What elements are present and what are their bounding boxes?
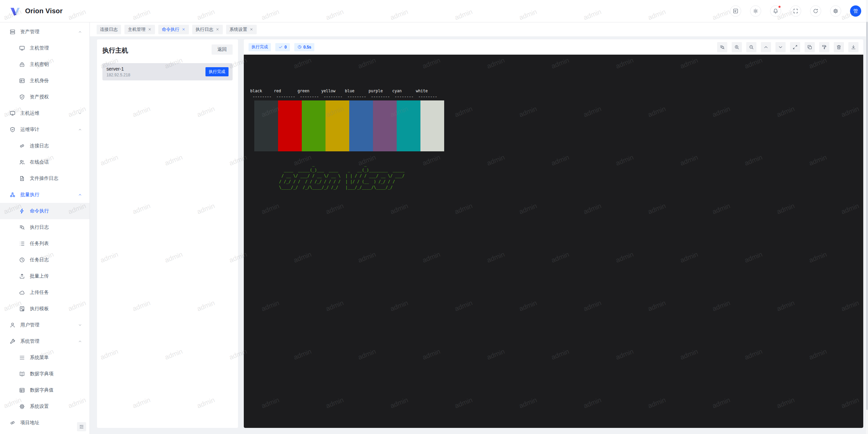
refresh-button[interactable] — [810, 5, 821, 17]
theme-toggle-button[interactable] — [750, 5, 761, 17]
chevron-down-icon — [78, 111, 82, 115]
chevron-down-icon — [78, 323, 82, 327]
duration-badge: 0.5s — [294, 43, 314, 51]
sidebar-group-batch-exec[interactable]: 批量执行 — [0, 187, 90, 203]
chevron-up-icon — [763, 44, 769, 50]
sidebar-item-command-exec[interactable]: 命令执行 — [0, 203, 90, 219]
search-list-icon — [719, 44, 725, 50]
terminal-output[interactable]: black red green yellow blue purple cyan … — [244, 55, 863, 428]
list-icon — [19, 241, 25, 247]
api-docs-button[interactable] — [730, 5, 741, 17]
sidebar-collapse-button[interactable] — [77, 422, 86, 431]
tab-command-exec[interactable]: 命令执行 — [158, 25, 189, 34]
bolt-icon — [19, 208, 25, 214]
close-icon[interactable] — [148, 27, 152, 31]
sidebar-item-host-identity[interactable]: 主机身份 — [0, 73, 90, 89]
expand-button[interactable] — [790, 42, 800, 52]
sidebar-item-connect-log[interactable]: 连接日志 — [0, 138, 90, 154]
sidebar-group-ops-audit[interactable]: 运维审计 — [0, 121, 90, 138]
settings-button[interactable] — [830, 5, 841, 17]
scroll-bottom-button[interactable] — [775, 42, 786, 52]
sidebar-group-host-ops[interactable]: 主机运维 — [0, 105, 90, 121]
sidebar-item-host-key[interactable]: 主机密钥 — [0, 56, 90, 73]
book-icon — [19, 371, 25, 377]
lock-icon — [19, 61, 25, 68]
sidebar-item-exec-template[interactable]: 执行模板 — [0, 301, 90, 317]
scroll-top-button[interactable] — [761, 42, 771, 52]
tab-system-setting[interactable]: 系统设置 — [226, 25, 257, 34]
terminal-header: 执行完成 0 0.5s — [244, 39, 863, 55]
exec-host-panel: 执行主机 返回 server-1 182.92.5.218 执行完成 — [97, 39, 238, 428]
clear-screen-button[interactable] — [834, 42, 844, 52]
copy-button[interactable] — [805, 42, 815, 52]
tab-bar: 连接日志 主机管理 命令执行 执行日志 系统设置 — [90, 22, 868, 36]
close-icon[interactable] — [182, 27, 185, 31]
trash-icon — [836, 44, 842, 50]
refresh-icon — [813, 8, 818, 14]
download-button[interactable] — [848, 42, 859, 52]
color-swatch-purple — [373, 100, 397, 151]
chevron-up-icon — [78, 128, 82, 132]
tab-exec-log[interactable]: 执行日志 — [192, 25, 223, 34]
notification-dot — [778, 5, 781, 8]
notifications-button[interactable] — [770, 5, 781, 17]
clear-style-button[interactable] — [819, 42, 829, 52]
link-icon — [9, 420, 16, 426]
sidebar-item-system-menu[interactable]: 系统菜单 — [0, 350, 90, 366]
sidebar-item-upload-task[interactable]: 上传任务 — [0, 284, 90, 301]
header-actions: 管 — [730, 5, 861, 17]
back-button[interactable]: 返回 — [212, 44, 233, 55]
logo-v-icon — [9, 5, 21, 17]
user-avatar[interactable]: 管 — [850, 5, 861, 17]
sidebar-item-exec-log[interactable]: 执行日志 — [0, 219, 90, 235]
main-area: 连接日志 主机管理 命令执行 执行日志 系统设置 执行主机 返回 server-… — [90, 22, 868, 434]
cloud-icon — [19, 289, 25, 296]
host-name: server-1 — [106, 66, 130, 72]
expand-icon — [792, 44, 798, 50]
terminal-color-labels: black red green yellow blue purple cyan … — [244, 55, 863, 94]
sidebar-item-host-manage[interactable]: 主机管理 — [0, 40, 90, 56]
search-list-icon — [19, 224, 25, 230]
sidebar-item-task-log[interactable]: 任务日志 — [0, 252, 90, 268]
menu-fold-icon — [79, 424, 84, 429]
scrollbar-thumb[interactable] — [866, 22, 868, 410]
sidebar-group-system-manage[interactable]: 系统管理 — [0, 333, 90, 350]
gear-icon — [19, 403, 25, 410]
ascii-art-orion-visor: _ _ ____ _____(_)___ ____ _ __(_)_______… — [279, 162, 863, 190]
upload-icon — [19, 273, 25, 279]
terminal-color-underlines: -------- -------- -------- -------- ----… — [244, 94, 863, 100]
close-icon[interactable] — [250, 27, 253, 31]
desktop-icon — [19, 45, 25, 51]
color-swatch-white — [420, 100, 444, 151]
sidebar-item-asset-grant[interactable]: 资产授权 — [0, 89, 90, 105]
host-address: 182.92.5.218 — [106, 73, 130, 77]
sidebar-item-batch-upload[interactable]: 批量上传 — [0, 268, 90, 284]
search-log-button[interactable] — [717, 42, 727, 52]
sidebar-group-asset-manage[interactable]: 资产管理 — [0, 24, 90, 40]
page-scrollbar[interactable] — [866, 0, 868, 434]
sidebar-item-dict-key[interactable]: 数据字典项 — [0, 366, 90, 382]
code-square-icon — [733, 8, 738, 14]
gear-icon — [833, 8, 839, 14]
wrench-icon — [9, 338, 16, 344]
sidebar-item-online-session[interactable]: 在线会话 — [0, 154, 90, 170]
user-icon — [9, 322, 16, 328]
tab-connect-log[interactable]: 连接日志 — [97, 25, 121, 34]
tab-host-manage[interactable]: 主机管理 — [124, 25, 155, 34]
sidebar-group-user-manage[interactable]: 用户管理 — [0, 317, 90, 333]
sidebar-item-file-op-log[interactable]: 文件操作日志 — [0, 170, 90, 187]
close-icon[interactable] — [216, 27, 219, 31]
sidebar-item-system-setting[interactable]: 系统设置 — [0, 398, 90, 415]
exec-status-badge: 执行完成 — [249, 43, 271, 51]
color-swatch-red — [278, 100, 302, 151]
sidebar-item-task-list[interactable]: 任务列表 — [0, 235, 90, 252]
fullscreen-button[interactable] — [790, 5, 801, 17]
color-swatch-yellow — [326, 100, 349, 151]
sidebar-item-dict-value[interactable]: 数据字典值 — [0, 382, 90, 398]
sidebar-item-project-url[interactable]: 项目地址 — [0, 415, 90, 431]
sidebar-menu: 资产管理 主机管理 主机密钥 主机身份 资产授权 主机运维 运维审计 连接日志 … — [0, 22, 90, 434]
content-area: 执行主机 返回 server-1 182.92.5.218 执行完成 执行完成 … — [90, 36, 866, 434]
zoom-in-button[interactable] — [732, 42, 742, 52]
zoom-out-button[interactable] — [746, 42, 756, 52]
host-list-item[interactable]: server-1 182.92.5.218 执行完成 — [102, 63, 233, 80]
